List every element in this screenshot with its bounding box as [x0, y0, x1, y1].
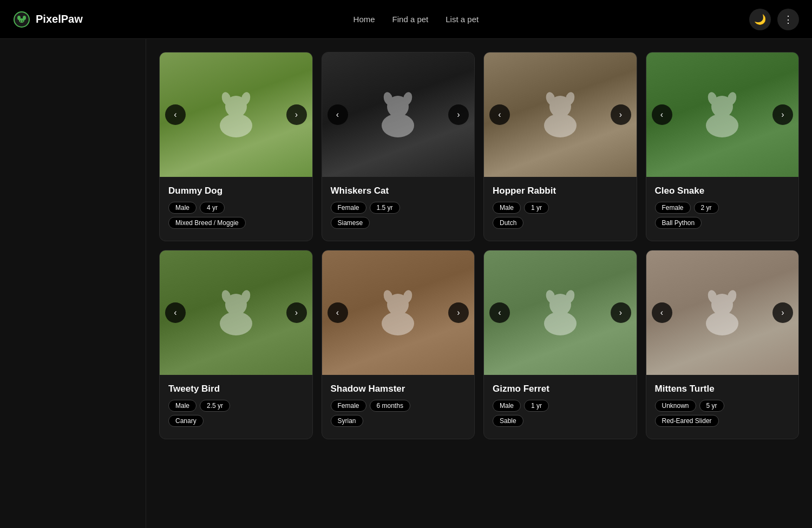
moon-icon: 🌙: [754, 14, 766, 25]
tags-row-2: Dutch: [493, 217, 628, 229]
prev-image-button[interactable]: ‹: [652, 302, 672, 323]
prev-image-button[interactable]: ‹: [652, 104, 672, 125]
tag: Female: [331, 202, 366, 214]
chevron-left-icon: ‹: [660, 110, 663, 120]
tags-row-1: Male1 yr: [493, 202, 628, 214]
main-content: ‹ › Dummy Dog Male4 yr Mixed Breed / Mog…: [146, 39, 812, 528]
chevron-right-icon: ›: [295, 308, 298, 318]
chevron-right-icon: ›: [457, 308, 460, 318]
tags-row-1: Male2.5 yr: [168, 400, 304, 412]
card-info: Cleo Snake Female2 yr Ball Python: [646, 177, 799, 241]
tags-row-1: Male4 yr: [168, 202, 304, 214]
pet-silhouette-icon: [204, 82, 269, 147]
next-image-button[interactable]: ›: [448, 104, 469, 125]
next-image-button[interactable]: ›: [772, 302, 793, 323]
pet-silhouette-icon: [690, 82, 755, 147]
pet-card-hopper-rabbit: ‹ › Hopper Rabbit Male1 yr Dutch: [483, 52, 637, 241]
pet-card-tweety-bird: ‹ › Tweety Bird Male2.5 yr Canary: [159, 250, 313, 439]
prev-image-button[interactable]: ‹: [489, 302, 510, 323]
svg-point-4: [20, 21, 21, 22]
tags-row-1: Female1.5 yr: [331, 202, 466, 214]
pet-grid: ‹ › Dummy Dog Male4 yr Mixed Breed / Mog…: [159, 52, 799, 439]
card-image-container: ‹ ›: [322, 250, 475, 375]
more-options-button[interactable]: ⋮: [777, 9, 799, 30]
prev-image-button[interactable]: ‹: [489, 104, 510, 125]
pet-silhouette-icon: [204, 280, 269, 345]
card-info: Dummy Dog Male4 yr Mixed Breed / Moggie: [160, 177, 312, 241]
nav-link-list[interactable]: List a pet: [446, 15, 479, 24]
chevron-left-icon: ‹: [336, 308, 339, 318]
pet-card-cleo-snake: ‹ › Cleo Snake Female2 yr Ball Python: [646, 52, 800, 241]
page-layout: ‹ › Dummy Dog Male4 yr Mixed Breed / Mog…: [0, 39, 812, 528]
pet-card-gizmo-ferret: ‹ › Gizmo Ferret Male1 yr Sable: [483, 250, 637, 439]
pet-silhouette-icon: [690, 280, 755, 345]
tag: 1 yr: [524, 400, 549, 412]
chevron-left-icon: ‹: [174, 308, 176, 318]
prev-image-button[interactable]: ‹: [165, 302, 186, 323]
tag: Unknown: [655, 400, 696, 412]
tag: Canary: [168, 415, 204, 427]
sidebar: [0, 39, 146, 528]
nav-link-home[interactable]: Home: [353, 15, 375, 24]
chevron-left-icon: ‹: [498, 308, 501, 318]
pet-card-dummy-dog: ‹ › Dummy Dog Male4 yr Mixed Breed / Mog…: [159, 52, 313, 241]
next-image-button[interactable]: ›: [286, 302, 307, 323]
next-image-button[interactable]: ›: [611, 302, 631, 323]
chevron-right-icon: ›: [619, 308, 622, 318]
tags-row-2: Mixed Breed / Moggie: [168, 217, 304, 229]
prev-image-button[interactable]: ‹: [165, 104, 186, 125]
chevron-left-icon: ‹: [498, 110, 501, 120]
tag: Male: [493, 202, 521, 214]
chevron-right-icon: ›: [619, 110, 622, 120]
chevron-right-icon: ›: [781, 110, 784, 120]
pet-card-whiskers-cat: ‹ › Whiskers Cat Female1.5 yr Siamese: [322, 52, 475, 241]
tag: Sable: [493, 415, 523, 427]
prev-image-button[interactable]: ‹: [328, 302, 348, 323]
tag: 1 yr: [524, 202, 549, 214]
dots-icon: ⋮: [783, 14, 793, 25]
pet-card-shadow-hamster: ‹ › Shadow Hamster Female6 months Syrian: [322, 250, 475, 439]
chevron-left-icon: ‹: [174, 110, 176, 120]
navbar-actions: 🌙 ⋮: [749, 9, 799, 30]
pet-name: Hopper Rabbit: [493, 186, 628, 196]
tag: Syrian: [331, 415, 363, 427]
nav-link-find[interactable]: Find a pet: [392, 15, 429, 24]
tag: Ball Python: [655, 217, 702, 229]
navbar-brand: PixelPaw: [13, 11, 83, 28]
tag: Male: [168, 202, 197, 214]
tag: Red-Eared Slider: [655, 415, 719, 427]
next-image-button[interactable]: ›: [611, 104, 631, 125]
tag: Siamese: [331, 217, 370, 229]
next-image-button[interactable]: ›: [772, 104, 793, 125]
tag: 6 months: [370, 400, 410, 412]
card-image-container: ‹ ›: [322, 52, 475, 177]
chevron-left-icon: ‹: [336, 110, 339, 120]
card-info: Whiskers Cat Female1.5 yr Siamese: [322, 177, 475, 241]
chevron-right-icon: ›: [781, 308, 784, 318]
tags-row-1: Unknown5 yr: [655, 400, 790, 412]
card-info: Tweety Bird Male2.5 yr Canary: [160, 375, 312, 439]
chevron-right-icon: ›: [295, 110, 298, 120]
tags-row-2: Syrian: [331, 415, 466, 427]
pet-name: Gizmo Ferret: [493, 384, 628, 394]
pet-card-mittens-turtle: ‹ › Mittens Turtle Unknown5 yr Red-Eared…: [646, 250, 800, 439]
card-image-container: ‹ ›: [484, 52, 637, 177]
card-image-container: ‹ ›: [646, 250, 799, 375]
tags-row-2: Siamese: [331, 217, 466, 229]
tag: Dutch: [493, 217, 523, 229]
card-image-container: ‹ ›: [160, 250, 312, 375]
dark-mode-button[interactable]: 🌙: [749, 9, 771, 30]
tags-row-2: Red-Eared Slider: [655, 415, 790, 427]
pet-name: Whiskers Cat: [331, 186, 466, 196]
brand-name: PixelPaw: [36, 13, 83, 25]
next-image-button[interactable]: ›: [286, 104, 307, 125]
tag: 5 yr: [699, 400, 724, 412]
svg-point-5: [22, 21, 23, 22]
pet-silhouette-icon: [365, 82, 430, 147]
prev-image-button[interactable]: ‹: [328, 104, 348, 125]
pet-name: Cleo Snake: [655, 186, 790, 196]
pet-silhouette-icon: [365, 280, 430, 345]
card-info: Hopper Rabbit Male1 yr Dutch: [484, 177, 637, 241]
svg-point-3: [19, 18, 24, 23]
next-image-button[interactable]: ›: [448, 302, 469, 323]
